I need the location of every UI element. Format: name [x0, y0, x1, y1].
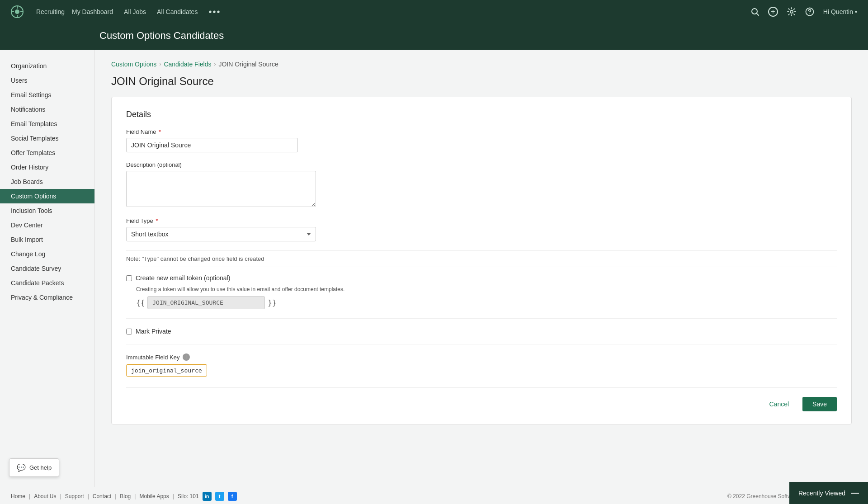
sidebar-item-email-settings[interactable]: Email Settings [0, 88, 94, 102]
field-type-note: Note: "Type" cannot be changed once fiel… [126, 250, 837, 267]
footer-link-silo[interactable]: Silo: 101 [178, 493, 199, 499]
footer-link-home[interactable]: Home [11, 493, 25, 499]
top-navigation: Recruiting My Dashboard All Jobs All Can… [0, 0, 868, 24]
breadcrumb-custom-options[interactable]: Custom Options [111, 61, 156, 68]
nav-link-candidates[interactable]: All Candidates [157, 8, 198, 15]
breadcrumb: Custom Options › Candidate Fields › JOIN… [111, 61, 852, 68]
svg-point-1 [15, 9, 19, 14]
sidebar: Organization Users Email Settings Notifi… [0, 50, 95, 487]
immutable-key-group: Immutable Field Key i join_original_sour… [126, 353, 837, 377]
description-group: Description (optional) [126, 161, 837, 208]
user-menu-chevron: ▾ [855, 9, 857, 14]
footer-link-contact[interactable]: Contact [93, 493, 111, 499]
sidebar-item-organization[interactable]: Organization [0, 59, 94, 73]
brand-label[interactable]: Recruiting [36, 8, 65, 15]
mark-private-label[interactable]: Mark Private [136, 328, 171, 335]
field-name-required: * [159, 128, 161, 135]
divider-1 [126, 318, 837, 319]
sidebar-item-dev-center[interactable]: Dev Center [0, 218, 94, 232]
svg-line-7 [756, 14, 759, 16]
sidebar-item-custom-options[interactable]: Custom Options [0, 189, 94, 203]
help-chat-widget[interactable]: 💬 Get help [9, 458, 59, 477]
field-name-label: Field Name * [126, 128, 837, 135]
svg-point-10 [809, 14, 810, 14]
search-button[interactable] [751, 8, 759, 16]
sidebar-item-privacy-compliance[interactable]: Privacy & Compliance [0, 290, 94, 305]
sidebar-item-inclusion-tools[interactable]: Inclusion Tools [0, 203, 94, 218]
immutable-key-info-icon[interactable]: i [183, 353, 190, 361]
top-nav-right: + Hi Quentin ▾ [751, 7, 857, 17]
token-value-input[interactable] [147, 296, 265, 309]
linkedin-icon[interactable]: in [203, 492, 212, 501]
settings-button[interactable] [787, 7, 796, 16]
cancel-button[interactable]: Cancel [761, 397, 797, 411]
recently-viewed-panel[interactable]: Recently Viewed — [789, 482, 868, 504]
card-section-title: Details [126, 110, 837, 119]
user-greeting[interactable]: Hi Quentin ▾ [823, 8, 857, 15]
footer-link-blog[interactable]: Blog [120, 493, 131, 499]
svg-point-8 [790, 10, 793, 13]
sidebar-item-email-templates[interactable]: Email Templates [0, 117, 94, 131]
token-checkbox-label[interactable]: Create new email token (optional) [136, 274, 230, 282]
recently-viewed-dash: — [851, 488, 859, 498]
page-header: Custom Options Candidates [0, 24, 868, 50]
logo[interactable] [11, 5, 24, 18]
recently-viewed-label: Recently Viewed [798, 490, 845, 497]
mark-private-checkbox[interactable] [126, 329, 132, 334]
token-brace-close: }} [268, 298, 276, 307]
nav-more-button[interactable]: ••• [208, 7, 221, 17]
sidebar-item-users[interactable]: Users [0, 73, 94, 88]
footer-link-support[interactable]: Support [65, 493, 84, 499]
sidebar-item-candidate-packets[interactable]: Candidate Packets [0, 276, 94, 290]
breadcrumb-sep-1: › [159, 61, 161, 67]
main-layout: Organization Users Email Settings Notifi… [0, 50, 868, 487]
nav-link-jobs[interactable]: All Jobs [124, 8, 146, 15]
footer: Home | About Us | Support | Contact | Bl… [0, 487, 868, 504]
token-field-row: {{ }} [126, 296, 837, 309]
content-title: JOIN Original Source [111, 75, 852, 88]
field-type-group: Field Type * Short textbox Long textbox … [126, 217, 837, 241]
chat-icon: 💬 [17, 463, 26, 472]
field-type-required: * [156, 217, 158, 224]
immutable-key-value: join_original_source [126, 364, 207, 377]
facebook-icon[interactable]: f [228, 492, 237, 501]
breadcrumb-candidate-fields[interactable]: Candidate Fields [164, 61, 211, 68]
sidebar-item-candidate-survey[interactable]: Candidate Survey [0, 261, 94, 276]
sidebar-item-bulk-import[interactable]: Bulk Import [0, 232, 94, 247]
mark-private-row: Mark Private [126, 328, 837, 335]
token-brace-open: {{ [136, 298, 145, 307]
help-button[interactable] [805, 7, 814, 16]
token-checkbox[interactable] [126, 275, 132, 281]
field-name-input[interactable] [126, 138, 298, 152]
breadcrumb-current: JOIN Original Source [218, 61, 278, 68]
sidebar-item-change-log[interactable]: Change Log [0, 247, 94, 261]
token-checkbox-group: Create new email token (optional) Creati… [126, 274, 837, 309]
nav-link-dashboard[interactable]: My Dashboard [72, 8, 113, 15]
add-button[interactable]: + [768, 7, 778, 17]
description-input[interactable] [126, 171, 316, 207]
footer-link-mobile[interactable]: Mobile Apps [139, 493, 169, 499]
sidebar-item-social-templates[interactable]: Social Templates [0, 131, 94, 146]
details-card: Details Field Name * Description (option… [111, 97, 852, 424]
nav-links: My Dashboard All Jobs All Candidates ••• [72, 7, 221, 17]
sidebar-item-offer-templates[interactable]: Offer Templates [0, 146, 94, 160]
twitter-icon[interactable]: t [215, 492, 224, 501]
immutable-key-label: Immutable Field Key i [126, 353, 837, 361]
footer-social: in t f [203, 492, 237, 501]
breadcrumb-sep-2: › [214, 61, 216, 67]
token-checkbox-row: Create new email token (optional) [126, 274, 837, 282]
save-button[interactable]: Save [802, 397, 837, 411]
footer-link-about[interactable]: About Us [34, 493, 56, 499]
sidebar-item-order-history[interactable]: Order History [0, 160, 94, 174]
description-label: Description (optional) [126, 161, 837, 168]
field-name-group: Field Name * [126, 128, 837, 152]
page-title: Custom Options Candidates [99, 30, 857, 42]
divider-2 [126, 344, 837, 344]
field-type-select[interactable]: Short textbox Long textbox Yes/No Single… [126, 227, 316, 241]
mark-private-group: Mark Private [126, 328, 837, 335]
main-content: Custom Options › Candidate Fields › JOIN… [95, 50, 868, 487]
token-checkbox-hint: Creating a token will allow you to use t… [126, 286, 837, 292]
help-chat-label: Get help [29, 464, 52, 471]
sidebar-item-notifications[interactable]: Notifications [0, 102, 94, 117]
sidebar-item-job-boards[interactable]: Job Boards [0, 174, 94, 189]
